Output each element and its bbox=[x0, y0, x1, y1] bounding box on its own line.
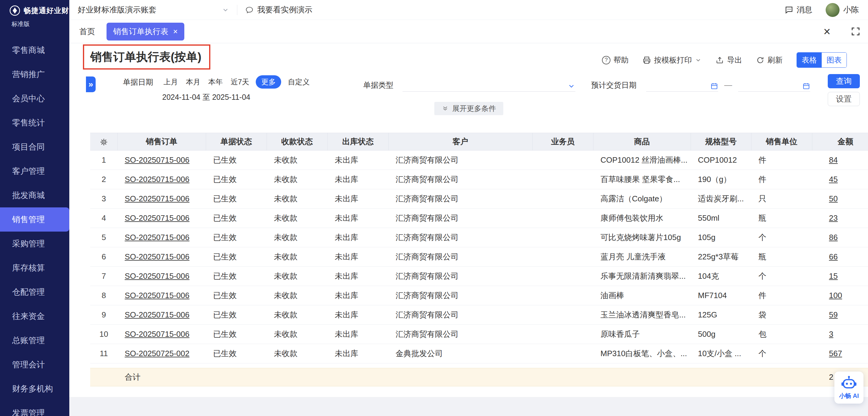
tab-active-label: 销售订单执行表 bbox=[113, 26, 168, 37]
amount-link[interactable]: 86 bbox=[829, 233, 838, 242]
fullscreen-icon[interactable] bbox=[850, 26, 861, 37]
payment-status: 未收款 bbox=[267, 247, 328, 267]
column-settings-header[interactable] bbox=[90, 133, 117, 150]
quick-option-last-month[interactable]: 上月 bbox=[162, 75, 179, 89]
payment-status: 未收款 bbox=[267, 170, 328, 189]
outbound-status: 未出库 bbox=[328, 189, 388, 209]
export-label: 导出 bbox=[727, 55, 742, 65]
messages-button[interactable]: 消息 bbox=[784, 4, 812, 15]
amount-link[interactable]: 15 bbox=[829, 272, 838, 281]
order-link[interactable]: SO-20250715-006 bbox=[125, 155, 189, 165]
sidebar-item-project-contract[interactable]: 项目合同 bbox=[0, 135, 69, 159]
tab-home[interactable]: 首页 bbox=[79, 26, 95, 37]
amount-link[interactable]: 3 bbox=[829, 330, 833, 339]
export-button[interactable]: 导出 bbox=[715, 55, 742, 65]
sales-unit: 件 bbox=[751, 150, 812, 170]
quick-option-more[interactable]: 更多 bbox=[256, 75, 281, 89]
amount-link[interactable]: 45 bbox=[829, 175, 838, 184]
sidebar-item-wholesale-mall[interactable]: 批发商城 bbox=[0, 183, 69, 207]
user-menu[interactable]: 小陈 bbox=[826, 3, 859, 17]
filter-panel-expand-button[interactable]: » bbox=[86, 76, 96, 92]
quick-option-last-7-days[interactable]: 近7天 bbox=[229, 75, 250, 89]
order-link[interactable]: SO-20250715-006 bbox=[125, 291, 189, 300]
sales-unit: 件 bbox=[751, 170, 812, 189]
help-button[interactable]: ? 帮助 bbox=[602, 55, 629, 65]
tabbar: 首页 销售订单执行表 × × bbox=[69, 20, 868, 43]
order-link[interactable]: SO-20250715-006 bbox=[125, 330, 189, 339]
table-header-row: 销售订单单据状态收款状态出库状态客户业务员商品规格型号销售单位金额 bbox=[90, 133, 868, 150]
sidebar-item-retail-stats[interactable]: 零售统计 bbox=[0, 111, 69, 135]
demo-link[interactable]: 我要看实例演示 bbox=[245, 4, 312, 15]
date-quick-options: 上月本月本年近7天更多自定义 bbox=[162, 75, 311, 89]
sidebar-item-retail-mall[interactable]: 零售商城 bbox=[0, 38, 69, 62]
sidebar-item-inventory-accounting[interactable]: 库存核算 bbox=[0, 256, 69, 280]
query-button[interactable]: 查询 bbox=[828, 74, 860, 88]
amount-link[interactable]: 84 bbox=[829, 155, 838, 165]
sidebar-item-warehouse-mgmt[interactable]: 仓配管理 bbox=[0, 280, 69, 304]
print-button[interactable]: 按模板打印 bbox=[643, 55, 702, 65]
sidebar-item-invoice-mgmt[interactable]: 发票管理 bbox=[0, 401, 69, 416]
quick-option-this-month[interactable]: 本月 bbox=[185, 75, 202, 89]
order-link[interactable]: SO-20250715-006 bbox=[125, 233, 189, 242]
sidebar-item-sales-mgmt[interactable]: 销售管理 bbox=[0, 207, 69, 232]
view-table-button[interactable]: 表格 bbox=[797, 53, 822, 67]
order-link[interactable]: SO-20250715-006 bbox=[125, 175, 189, 184]
total-empty-cell bbox=[593, 368, 691, 386]
amount-link[interactable]: 23 bbox=[829, 213, 838, 222]
filter-section: » 单据日期 上月本月本年近7天更多自定义 2024-11-04 至 2025-… bbox=[69, 73, 868, 119]
doc-type-select[interactable] bbox=[403, 78, 575, 92]
sidebar-item-member-center[interactable]: 会员中心 bbox=[0, 86, 69, 111]
doc-status: 已生效 bbox=[206, 150, 267, 170]
total-row: 合计2 bbox=[90, 368, 868, 386]
amount-link[interactable]: 100 bbox=[829, 291, 842, 300]
outbound-status: 未出库 bbox=[328, 344, 388, 363]
col-header-product: 商品 bbox=[593, 133, 691, 150]
tab-close-icon[interactable]: × bbox=[173, 28, 178, 35]
order-link[interactable]: SO-20250715-006 bbox=[125, 213, 189, 222]
sidebar-item-funds[interactable]: 往来资金 bbox=[0, 304, 69, 328]
sidebar-item-general-ledger[interactable]: 总账管理 bbox=[0, 328, 69, 352]
sidebar-item-finance-multi-org[interactable]: 财务多机构 bbox=[0, 377, 69, 401]
refresh-icon bbox=[756, 56, 765, 64]
amount-link-cell: 23 bbox=[812, 209, 868, 228]
amount-link[interactable]: 66 bbox=[829, 252, 838, 261]
amount-link[interactable]: 567 bbox=[829, 349, 842, 358]
payment-status: 未收款 bbox=[267, 189, 328, 209]
order-link[interactable]: SO-20250715-006 bbox=[125, 310, 189, 319]
total-empty-cell bbox=[388, 368, 532, 386]
sidebar-item-purchase-mgmt[interactable]: 采购管理 bbox=[0, 232, 69, 256]
sidebar-item-management-accounting[interactable]: 管理会计 bbox=[0, 352, 69, 377]
app-root: 畅捷通好业财 标准版 零售商城营销推广会员中心零售统计项目合同客户管理批发商城销… bbox=[0, 0, 868, 416]
doc-status: 已生效 bbox=[206, 325, 267, 344]
messages-label: 消息 bbox=[797, 4, 812, 15]
delivery-date-to-input[interactable] bbox=[738, 78, 810, 92]
amount-link[interactable]: 59 bbox=[829, 310, 838, 319]
order-link[interactable]: SO-20250715-006 bbox=[125, 252, 189, 261]
view-chart-button[interactable]: 图表 bbox=[822, 53, 846, 67]
outbound-status: 未出库 bbox=[328, 150, 388, 170]
amount-link-cell: 45 bbox=[812, 170, 868, 189]
col-header-status: 单据状态 bbox=[206, 133, 267, 150]
tab-active[interactable]: 销售订单执行表 × bbox=[106, 23, 184, 40]
expand-more-conditions[interactable]: 展开更多条件 bbox=[434, 102, 503, 115]
delivery-date-from-input[interactable] bbox=[646, 78, 718, 92]
panel-close-icon[interactable]: × bbox=[824, 25, 831, 37]
order-link[interactable]: SO-20250725-002 bbox=[125, 349, 189, 358]
order-link-cell: SO-20250715-006 bbox=[117, 247, 206, 267]
spec-model: COP10012 bbox=[691, 150, 751, 170]
quick-option-this-year[interactable]: 本年 bbox=[207, 75, 224, 89]
account-select[interactable]: 好业财标准版演示账套 bbox=[78, 4, 229, 15]
annotation-red-box: 销售订单执行表(按单) bbox=[83, 44, 210, 70]
table-row: 11SO-20250725-002已生效未收款未出库金典批发公司MP310白板笔… bbox=[90, 344, 868, 363]
order-link[interactable]: SO-20250715-006 bbox=[125, 194, 189, 203]
order-link[interactable]: SO-20250715-006 bbox=[125, 272, 189, 281]
quick-option-custom[interactable]: 自定义 bbox=[287, 75, 311, 89]
ai-assistant-button[interactable]: 小畅 AI bbox=[834, 372, 864, 404]
sidebar-item-customer-mgmt[interactable]: 客户管理 bbox=[0, 159, 69, 183]
refresh-button[interactable]: 刷新 bbox=[756, 55, 783, 65]
help-icon: ? bbox=[602, 56, 611, 64]
amount-link[interactable]: 50 bbox=[829, 194, 838, 203]
date-range-value[interactable]: 2024-11-04 至 2025-11-04 bbox=[162, 92, 311, 102]
sidebar-item-marketing[interactable]: 营销推广 bbox=[0, 62, 69, 86]
settings-button[interactable]: 设置 bbox=[828, 92, 860, 106]
